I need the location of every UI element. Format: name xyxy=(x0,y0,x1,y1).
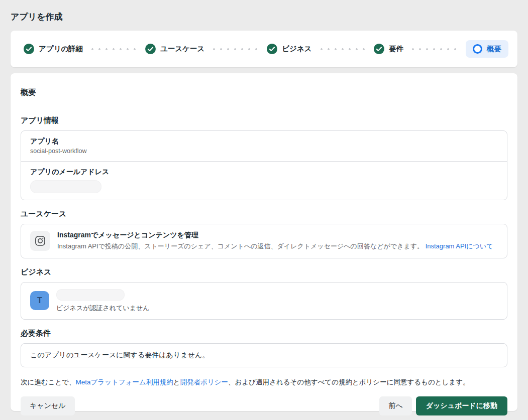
use-case-card: Instagramでメッセージとコンテンツを管理 Instagram APIで投… xyxy=(21,224,507,258)
overview-heading: 概要 xyxy=(21,87,507,98)
go-to-dashboard-button[interactable]: ダッシュボードに移動 xyxy=(416,396,507,415)
step-label: 要件 xyxy=(389,44,403,54)
step-separator xyxy=(89,48,139,50)
redacted-business-name xyxy=(56,289,125,301)
step-label: ビジネス xyxy=(282,44,311,54)
requirements-heading: 必要条件 xyxy=(21,329,507,338)
business-verification-status: ビジネスが認証されていません xyxy=(56,304,150,313)
instagram-icon xyxy=(30,231,50,251)
business-avatar: T xyxy=(30,291,49,310)
platform-terms-link[interactable]: Metaプラットフォーム利用規約 xyxy=(76,378,173,386)
current-step-circle-icon xyxy=(473,44,482,54)
footer-right-buttons: 前へ ダッシュボードに移動 xyxy=(379,396,507,415)
use-case-heading: ユースケース xyxy=(21,209,507,219)
check-circle-icon xyxy=(24,44,34,54)
step-requirements[interactable]: 要件 xyxy=(374,44,403,54)
step-app-details[interactable]: アプリの詳細 xyxy=(24,44,83,54)
use-case-text: Instagramでメッセージとコンテンツを管理 Instagram APIで投… xyxy=(57,231,493,251)
step-label: アプリの詳細 xyxy=(39,44,83,54)
app-info-card: アプリ名 social-post-workflow アプリのメールアドレス xyxy=(21,130,507,200)
cancel-button[interactable]: キャンセル xyxy=(21,396,75,415)
developer-policy-link[interactable]: 開発者ポリシー xyxy=(180,378,228,386)
business-heading: ビジネス xyxy=(21,267,507,277)
legal-prefix: 次に進むことで、 xyxy=(21,378,76,386)
app-name-value: social-post-workflow xyxy=(30,148,498,155)
legal-middle: と xyxy=(173,378,180,386)
legal-text: 次に進むことで、Metaプラットフォーム利用規約と開発者ポリシー、および適用され… xyxy=(21,377,507,387)
check-circle-icon xyxy=(145,44,156,54)
app-name-label: アプリ名 xyxy=(30,137,498,146)
check-circle-icon xyxy=(374,44,384,54)
step-business[interactable]: ビジネス xyxy=(267,44,311,54)
instagram-api-link[interactable]: Instagram APIについて xyxy=(426,242,493,250)
business-info: ビジネスが認証されていません xyxy=(56,289,150,313)
legal-suffix: 、および適用されるその他すべての規約とポリシーに同意するものとします。 xyxy=(228,378,469,386)
step-use-case[interactable]: ユースケース xyxy=(145,44,204,54)
wizard-footer: キャンセル 前へ ダッシュボードに移動 xyxy=(21,396,507,415)
create-app-page: アプリを作成 アプリの詳細 ユースケース ビジネス xyxy=(0,0,528,411)
previous-button[interactable]: 前へ xyxy=(379,396,411,415)
step-separator xyxy=(210,48,261,50)
use-case-title: Instagramでメッセージとコンテンツを管理 xyxy=(57,231,493,240)
page-title: アプリを作成 xyxy=(11,11,517,23)
redacted-email-value xyxy=(30,180,101,193)
requirements-card: このアプリのユースケースに関する要件はありません。 xyxy=(21,343,507,367)
step-separator xyxy=(318,48,368,50)
step-overview-current[interactable]: 概要 xyxy=(466,40,508,58)
check-circle-icon xyxy=(267,44,277,54)
step-label: ユースケース xyxy=(160,44,204,54)
step-separator xyxy=(409,48,460,50)
app-name-row: アプリ名 social-post-workflow xyxy=(21,131,507,161)
use-case-description: Instagram APIで投稿の公開、ストーリーズのシェア、コメントへの返信、… xyxy=(57,242,493,251)
overview-panel: 概要 アプリ情報 アプリ名 social-post-workflow アプリのメ… xyxy=(11,73,517,411)
requirements-text: このアプリのユースケースに関する要件はありません。 xyxy=(30,351,209,359)
step-label: 概要 xyxy=(487,44,501,54)
business-card: T ビジネスが認証されていません xyxy=(21,282,507,320)
wizard-stepper: アプリの詳細 ユースケース ビジネス 要件 xyxy=(11,31,517,67)
use-case-description-text: Instagram APIで投稿の公開、ストーリーズのシェア、コメントへの返信、… xyxy=(57,242,424,250)
app-email-row: アプリのメールアドレス xyxy=(21,161,507,200)
app-email-label: アプリのメールアドレス xyxy=(30,168,498,177)
app-info-heading: アプリ情報 xyxy=(21,116,507,125)
